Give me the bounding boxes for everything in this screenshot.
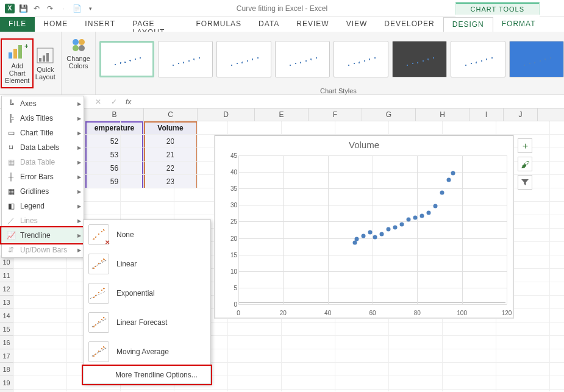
menu-axis-titles[interactable]: ╠Axis Titles▶ — [2, 111, 84, 126]
col-header-E[interactable]: E — [255, 109, 309, 121]
qat-sep: · — [57, 2, 70, 15]
col-header-I[interactable]: I — [469, 109, 504, 121]
col-header-B[interactable]: B — [85, 109, 144, 121]
tab-data[interactable]: DATA — [250, 17, 288, 32]
tab-home[interactable]: HOME — [35, 17, 76, 32]
add-chart-element-button[interactable]: + Add Chart Element — [2, 40, 32, 87]
quick-layout-icon — [34, 46, 56, 65]
chart-element-plus-button[interactable]: ＋ — [518, 138, 532, 153]
data-point[interactable] — [433, 204, 437, 208]
chart-plot-area[interactable] — [238, 155, 505, 303]
data-point[interactable] — [379, 232, 384, 237]
ribbon-tabs: FILE HOME INSERT PAGE LAYOUT FORMULAS DA… — [0, 17, 564, 32]
tab-formulas[interactable]: FORMULAS — [187, 17, 250, 32]
tab-format[interactable]: FORMAT — [493, 17, 544, 32]
tab-file[interactable]: FILE — [0, 17, 35, 32]
row-header-13[interactable]: 13 — [0, 296, 13, 309]
row-header-14[interactable]: 14 — [0, 309, 13, 323]
tab-view[interactable]: VIEW — [338, 17, 376, 32]
trendline-more-options[interactable]: More Trendline Options... — [84, 366, 210, 383]
chart-style-7[interactable] — [451, 41, 505, 77]
chart-title[interactable]: Volume — [215, 136, 513, 151]
save-icon[interactable]: 💾 — [17, 2, 29, 15]
undo-icon[interactable]: ↶ — [30, 2, 43, 15]
chart-style-1[interactable] — [99, 41, 154, 77]
row-header-20[interactable]: 20 — [0, 390, 13, 392]
menu-trendline[interactable]: 📈Trendline▶ — [2, 228, 84, 243]
col-header-C[interactable]: C — [144, 109, 198, 121]
trendline-linear-forecast[interactable]: Linear Forecast — [84, 308, 210, 337]
trendline-exponential[interactable]: Exponential — [84, 279, 210, 308]
legend-icon: ◧ — [5, 201, 16, 212]
menu-legend[interactable]: ◧Legend▶ — [2, 199, 84, 213]
data-point[interactable] — [406, 217, 410, 221]
redo-icon[interactable]: ↷ — [44, 2, 56, 15]
chart-filter-button[interactable] — [518, 175, 532, 190]
row-header-16[interactable]: 16 — [0, 336, 13, 349]
data-point[interactable] — [355, 237, 359, 241]
data-point[interactable] — [440, 191, 444, 195]
tab-developer[interactable]: DEVELOPER — [376, 17, 443, 32]
data-point[interactable] — [413, 215, 417, 219]
data-point[interactable] — [373, 235, 377, 240]
menu-error-bars[interactable]: ┼Error Bars▶ — [2, 169, 84, 184]
col-header-D[interactable]: D — [198, 109, 255, 121]
row-header-18[interactable]: 18 — [0, 363, 13, 376]
chart-style-2[interactable] — [158, 41, 213, 77]
row-header-15[interactable]: 15 — [0, 323, 13, 336]
data-point[interactable] — [362, 233, 366, 238]
add-chart-element-label: Add Chart Element — [5, 62, 29, 84]
embedded-chart[interactable]: Volume ＋ 🖌 05101520253035404502040608010… — [215, 135, 513, 318]
data-point[interactable] — [399, 222, 404, 226]
col-header-G[interactable]: G — [362, 109, 416, 121]
data-point[interactable] — [386, 227, 390, 231]
tab-review[interactable]: REVIEW — [288, 17, 337, 32]
tab-insert[interactable]: INSERT — [76, 17, 124, 32]
col-header-J[interactable]: J — [504, 109, 538, 121]
y-tick: 15 — [215, 251, 237, 258]
tab-design[interactable]: DESIGN — [443, 17, 493, 32]
data-point[interactable] — [419, 214, 424, 218]
chart-style-4[interactable] — [275, 41, 330, 77]
y-tick: 0 — [215, 301, 237, 308]
updown-icon: ⇵ — [5, 244, 16, 255]
menu-chart-title[interactable]: ▭Chart Title▶ — [2, 126, 84, 140]
chart-style-5[interactable] — [334, 41, 388, 77]
change-colors-button[interactable]: Change Colors — [64, 33, 93, 72]
col-header-H[interactable]: H — [416, 109, 469, 121]
data-point[interactable] — [446, 177, 451, 182]
row-header-19[interactable]: 19 — [0, 376, 13, 390]
touch-mode-icon[interactable]: 📄 — [71, 2, 83, 15]
row-header-12[interactable]: 12 — [0, 282, 13, 296]
menu-lines: ／Lines▶ — [2, 213, 84, 228]
chart-style-3[interactable] — [216, 41, 271, 77]
trendline-moving-average[interactable]: Moving Average — [84, 337, 210, 366]
data-point[interactable] — [393, 226, 397, 230]
data-point[interactable] — [368, 230, 373, 235]
row-header-11[interactable]: 11 — [0, 269, 13, 282]
menu-data-labels[interactable]: ⌑Data Labels▶ — [2, 140, 84, 155]
data-point[interactable] — [451, 171, 455, 175]
qat-customize-icon[interactable]: ▾ — [84, 2, 96, 15]
data-point[interactable] — [426, 210, 430, 215]
cancel-formula-icon[interactable]: ✕ — [90, 98, 106, 106]
quick-layout-button[interactable]: Quick Layout — [32, 44, 59, 83]
chart-styles-brush-button[interactable]: 🖌 — [518, 157, 532, 171]
trendline-linear[interactable]: Linear — [84, 249, 210, 279]
fx-label[interactable]: fx — [122, 98, 131, 106]
quick-layout-label: Quick Layout — [35, 66, 55, 80]
x-tick: 100 — [457, 310, 467, 316]
data-table-icon: ▦ — [5, 157, 16, 168]
menu-gridlines[interactable]: ▦Gridlines▶ — [2, 184, 84, 199]
menu-axes[interactable]: ╚Axes▶ — [2, 96, 84, 111]
chart-styles-group-label: Chart Styles — [96, 86, 564, 94]
tab-page-layout[interactable]: PAGE LAYOUT — [124, 17, 187, 32]
chart-style-6[interactable] — [392, 41, 447, 77]
y-tick: 20 — [215, 235, 237, 241]
trendline-none[interactable]: None — [84, 220, 210, 249]
enter-formula-icon[interactable]: ✓ — [106, 98, 122, 106]
svg-rect-1 — [13, 49, 17, 59]
chart-style-8[interactable] — [509, 41, 564, 77]
col-header-F[interactable]: F — [309, 109, 362, 121]
row-header-17[interactable]: 17 — [0, 349, 13, 363]
